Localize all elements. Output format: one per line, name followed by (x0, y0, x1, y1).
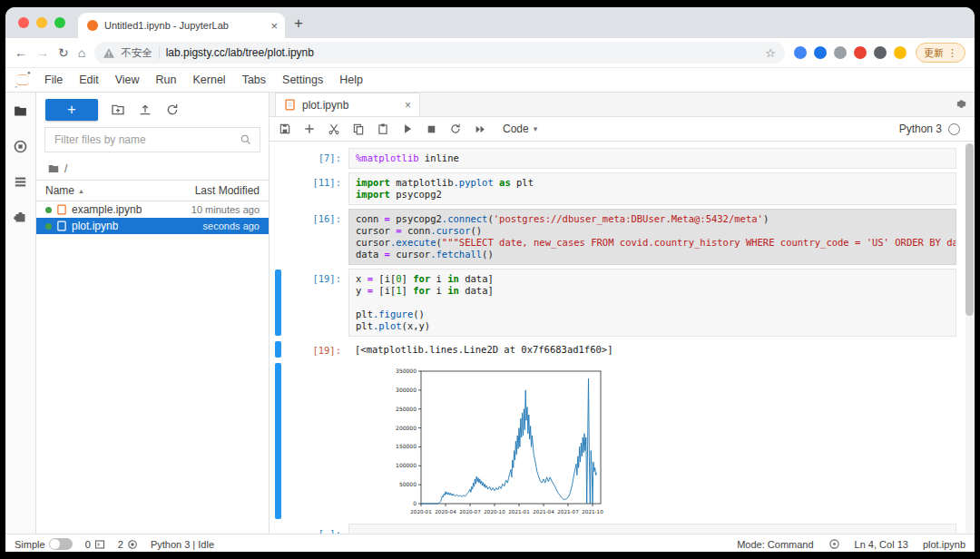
cell-collapser[interactable] (275, 149, 281, 168)
cell-code[interactable]: [19]:x = [i[0] for i in data]y = [i[1] f… (270, 267, 975, 338)
new-folder-icon[interactable] (111, 103, 125, 117)
restart-kernel-icon[interactable] (449, 123, 462, 135)
extension-dark-icon[interactable] (874, 46, 887, 59)
run-cell-icon[interactable] (401, 123, 414, 135)
breadcrumb-root[interactable]: / (64, 162, 67, 175)
extension-red-icon[interactable] (854, 46, 867, 59)
notebook-mode[interactable]: Mode: Command (737, 539, 813, 550)
menu-settings[interactable]: Settings (274, 74, 331, 86)
file-filter-input[interactable] (53, 132, 240, 147)
copy-cell-icon[interactable] (352, 123, 365, 135)
reload-icon[interactable]: ↻ (58, 45, 69, 60)
cell-output-chart[interactable]: 0500001000001500002000002500003000003500… (270, 360, 975, 522)
cell-code[interactable]: [ ]: (270, 522, 975, 534)
browser-window: Untitled1.ipynb - JupyterLab × + ← → ↻ ⌂… (5, 7, 975, 552)
cell-collapser[interactable] (275, 173, 281, 204)
security-label[interactable]: 不安全 (121, 46, 152, 60)
interrupt-kernel-icon[interactable] (426, 123, 437, 135)
running-kernels-tab-icon[interactable] (13, 139, 28, 154)
cell-editor[interactable]: conn = psycopg2.connect('postgres://dbus… (348, 209, 956, 265)
cell-prompt: [16]: (285, 209, 348, 265)
upload-icon[interactable] (138, 103, 152, 117)
kernels-count: 2 (118, 539, 123, 550)
paste-cell-icon[interactable] (377, 123, 389, 135)
cell-collapser[interactable] (275, 210, 281, 264)
cell-collapser[interactable] (275, 270, 281, 336)
chrome-update-button[interactable]: 更新 ⋮ (916, 43, 965, 63)
back-icon[interactable]: ← (15, 45, 27, 60)
kernel-indicator[interactable]: Python 3 (899, 123, 965, 135)
file-row-example.ipynb[interactable]: example.ipynb10 minutes ago (36, 201, 269, 218)
svg-text:200000: 200000 (396, 425, 416, 431)
kernels-status[interactable]: 2 (118, 539, 138, 550)
cell-code[interactable]: [16]:conn = psycopg2.connect('postgres:/… (270, 207, 975, 267)
new-tab-button[interactable]: + (294, 15, 303, 31)
cut-cell-icon[interactable] (328, 123, 340, 135)
simple-mode-toggle[interactable] (49, 538, 73, 550)
save-icon[interactable] (279, 123, 291, 135)
refresh-file-list-icon[interactable] (165, 103, 180, 117)
cell-editor[interactable]: x = [i[0] for i in data]y = [i[1] for i … (348, 269, 956, 337)
minimize-window-button[interactable] (36, 17, 47, 28)
extension-gray-icon[interactable] (834, 46, 847, 59)
menu-edit[interactable]: Edit (71, 74, 107, 86)
browser-tab[interactable]: Untitled1.ipynb - JupyterLab × (78, 13, 285, 38)
breadcrumb[interactable]: / (36, 158, 269, 180)
url-omnibox[interactable]: 不安全 lab.pigsty.cc/lab/tree/plot.ipynb ☆ (94, 42, 785, 64)
file-browser-tab-icon[interactable] (13, 103, 28, 119)
cell-collapser[interactable] (275, 363, 281, 519)
url-text[interactable]: lab.pigsty.cc/lab/tree/plot.ipynb (166, 46, 760, 59)
add-cell-icon[interactable] (303, 123, 316, 135)
close-window-button[interactable] (18, 17, 29, 28)
notebook-file-icon (56, 204, 67, 215)
file-row-plot.ipynb[interactable]: plot.ipynbseconds ago (36, 218, 269, 234)
cell-code[interactable]: [7]:%matplotlib inline (270, 146, 975, 171)
extension-translate-icon[interactable] (814, 46, 827, 59)
menu-tabs[interactable]: Tabs (234, 74, 274, 86)
column-header-modified[interactable]: Last Modified (165, 184, 260, 197)
kernel-status-text[interactable]: Python 3 | Idle (151, 539, 214, 550)
cell-collapser[interactable] (275, 525, 281, 534)
menu-file[interactable]: File (36, 74, 71, 86)
cell-type-dropdown[interactable]: Code ▾ (503, 123, 537, 135)
file-list: example.ipynb10 minutes agoplot.ipynbsec… (36, 201, 269, 534)
tab-close-icon[interactable]: × (270, 19, 278, 33)
menu-run[interactable]: Run (148, 74, 185, 86)
notebook-tab[interactable]: plot.ipynb × (275, 93, 420, 116)
cell-code[interactable]: [11]:import matplotlib.pyplot as pltimpo… (270, 171, 975, 207)
extension-manager-tab-icon[interactable] (13, 210, 28, 225)
terminals-status[interactable]: 0 (85, 539, 105, 550)
cell-editor[interactable]: import matplotlib.pyplot as pltimport ps… (348, 172, 956, 205)
chrome-menu-icon[interactable]: ⋮ (947, 47, 957, 59)
run-all-cells-icon[interactable] (474, 123, 487, 135)
interface-mode-switch[interactable]: Simple (15, 538, 73, 550)
notebook-scrollbar[interactable] (965, 143, 974, 534)
new-launcher-button[interactable]: + (45, 99, 98, 121)
cell-editor[interactable] (348, 524, 956, 534)
menu-view[interactable]: View (107, 74, 148, 86)
sort-caret-icon: ▲ (78, 188, 84, 194)
file-filter-box[interactable] (44, 127, 260, 152)
cell-output[interactable]: [19]:[<matplotlib.lines.Line2D at 0x7f66… (270, 338, 975, 360)
gear-icon[interactable] (955, 97, 968, 111)
cell-collapser[interactable] (275, 341, 281, 358)
scrollbar-thumb[interactable] (965, 143, 974, 316)
cursor-position[interactable]: Ln 4, Col 13 (855, 539, 908, 550)
menu-help[interactable]: Help (331, 74, 371, 86)
notifications-icon[interactable] (828, 538, 840, 550)
cell-editor[interactable]: %matplotlib inline (348, 148, 956, 169)
notebook-panel[interactable]: [7]:%matplotlib inline[11]:import matplo… (270, 142, 975, 534)
cell-body: [<matplotlib.lines.Line2D at 0x7f6683ad1… (348, 340, 956, 358)
kernel-status-icon (948, 123, 960, 135)
forward-icon[interactable]: → (36, 45, 49, 60)
home-icon[interactable]: ⌂ (78, 45, 85, 60)
extension-v-icon[interactable] (794, 46, 807, 59)
column-header-name[interactable]: Name ▲ (45, 184, 165, 197)
bookmark-star-icon[interactable]: ☆ (765, 46, 776, 60)
zoom-window-button[interactable] (54, 17, 65, 28)
profile-avatar-icon[interactable] (894, 46, 906, 59)
command-palette-tab-icon[interactable] (13, 174, 28, 190)
active-file-name[interactable]: plot.ipynb (923, 539, 965, 550)
menu-kernel[interactable]: Kernel (185, 74, 234, 86)
notebook-tab-close-icon[interactable]: × (405, 99, 411, 112)
